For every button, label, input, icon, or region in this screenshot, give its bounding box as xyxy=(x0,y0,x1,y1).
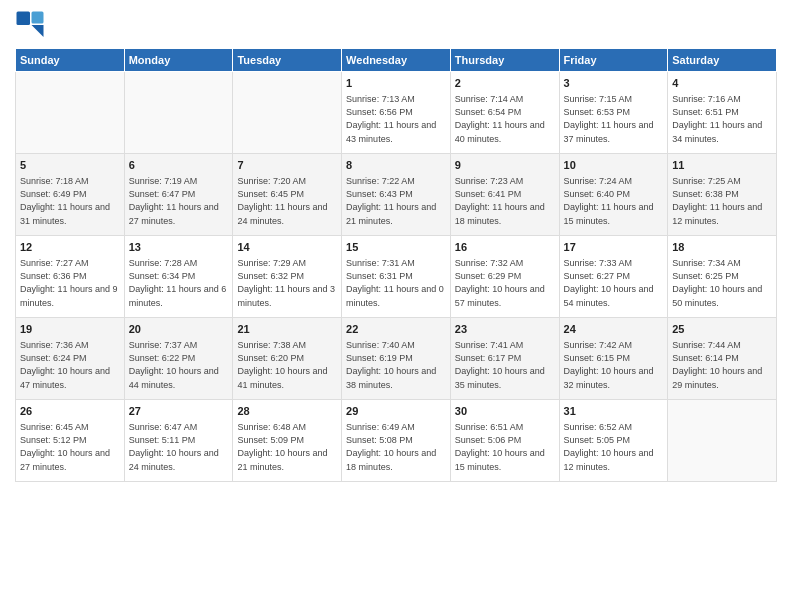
day-number: 13 xyxy=(129,240,229,255)
calendar-cell: 15Sunrise: 7:31 AM Sunset: 6:31 PM Dayli… xyxy=(342,236,451,318)
day-info: Sunrise: 6:48 AM Sunset: 5:09 PM Dayligh… xyxy=(237,421,337,473)
calendar-cell xyxy=(668,400,777,482)
day-info: Sunrise: 6:51 AM Sunset: 5:06 PM Dayligh… xyxy=(455,421,555,473)
day-number: 28 xyxy=(237,404,337,419)
day-number: 24 xyxy=(564,322,664,337)
day-info: Sunrise: 7:44 AM Sunset: 6:14 PM Dayligh… xyxy=(672,339,772,391)
day-info: Sunrise: 7:14 AM Sunset: 6:54 PM Dayligh… xyxy=(455,93,555,145)
day-number: 7 xyxy=(237,158,337,173)
day-number: 22 xyxy=(346,322,446,337)
calendar-cell: 22Sunrise: 7:40 AM Sunset: 6:19 PM Dayli… xyxy=(342,318,451,400)
calendar-cell: 14Sunrise: 7:29 AM Sunset: 6:32 PM Dayli… xyxy=(233,236,342,318)
calendar-week-row: 12Sunrise: 7:27 AM Sunset: 6:36 PM Dayli… xyxy=(16,236,777,318)
weekday-header-friday: Friday xyxy=(559,49,668,72)
day-info: Sunrise: 7:25 AM Sunset: 6:38 PM Dayligh… xyxy=(672,175,772,227)
day-number: 2 xyxy=(455,76,555,91)
day-number: 26 xyxy=(20,404,120,419)
calendar-cell: 13Sunrise: 7:28 AM Sunset: 6:34 PM Dayli… xyxy=(124,236,233,318)
day-info: Sunrise: 7:33 AM Sunset: 6:27 PM Dayligh… xyxy=(564,257,664,309)
day-info: Sunrise: 6:45 AM Sunset: 5:12 PM Dayligh… xyxy=(20,421,120,473)
calendar-cell: 28Sunrise: 6:48 AM Sunset: 5:09 PM Dayli… xyxy=(233,400,342,482)
day-number: 1 xyxy=(346,76,446,91)
day-number: 5 xyxy=(20,158,120,173)
calendar-cell xyxy=(124,72,233,154)
calendar-cell: 25Sunrise: 7:44 AM Sunset: 6:14 PM Dayli… xyxy=(668,318,777,400)
calendar-cell: 23Sunrise: 7:41 AM Sunset: 6:17 PM Dayli… xyxy=(450,318,559,400)
page-header xyxy=(15,10,777,40)
day-number: 19 xyxy=(20,322,120,337)
calendar-cell: 16Sunrise: 7:32 AM Sunset: 6:29 PM Dayli… xyxy=(450,236,559,318)
calendar-cell: 31Sunrise: 6:52 AM Sunset: 5:05 PM Dayli… xyxy=(559,400,668,482)
day-number: 23 xyxy=(455,322,555,337)
day-number: 4 xyxy=(672,76,772,91)
logo-icon xyxy=(15,10,45,40)
day-info: Sunrise: 7:34 AM Sunset: 6:25 PM Dayligh… xyxy=(672,257,772,309)
calendar-cell: 18Sunrise: 7:34 AM Sunset: 6:25 PM Dayli… xyxy=(668,236,777,318)
weekday-header-monday: Monday xyxy=(124,49,233,72)
calendar-cell xyxy=(16,72,125,154)
day-number: 31 xyxy=(564,404,664,419)
day-info: Sunrise: 7:24 AM Sunset: 6:40 PM Dayligh… xyxy=(564,175,664,227)
calendar-cell: 4Sunrise: 7:16 AM Sunset: 6:51 PM Daylig… xyxy=(668,72,777,154)
calendar-cell: 7Sunrise: 7:20 AM Sunset: 6:45 PM Daylig… xyxy=(233,154,342,236)
day-info: Sunrise: 6:47 AM Sunset: 5:11 PM Dayligh… xyxy=(129,421,229,473)
day-number: 9 xyxy=(455,158,555,173)
calendar-cell: 27Sunrise: 6:47 AM Sunset: 5:11 PM Dayli… xyxy=(124,400,233,482)
weekday-header-thursday: Thursday xyxy=(450,49,559,72)
day-number: 18 xyxy=(672,240,772,255)
day-number: 25 xyxy=(672,322,772,337)
calendar-week-row: 5Sunrise: 7:18 AM Sunset: 6:49 PM Daylig… xyxy=(16,154,777,236)
day-info: Sunrise: 7:31 AM Sunset: 6:31 PM Dayligh… xyxy=(346,257,446,309)
day-info: Sunrise: 7:18 AM Sunset: 6:49 PM Dayligh… xyxy=(20,175,120,227)
day-info: Sunrise: 7:13 AM Sunset: 6:56 PM Dayligh… xyxy=(346,93,446,145)
calendar-cell: 11Sunrise: 7:25 AM Sunset: 6:38 PM Dayli… xyxy=(668,154,777,236)
calendar-cell: 1Sunrise: 7:13 AM Sunset: 6:56 PM Daylig… xyxy=(342,72,451,154)
day-info: Sunrise: 6:52 AM Sunset: 5:05 PM Dayligh… xyxy=(564,421,664,473)
calendar-cell: 21Sunrise: 7:38 AM Sunset: 6:20 PM Dayli… xyxy=(233,318,342,400)
weekday-header-saturday: Saturday xyxy=(668,49,777,72)
day-info: Sunrise: 7:29 AM Sunset: 6:32 PM Dayligh… xyxy=(237,257,337,309)
day-info: Sunrise: 7:19 AM Sunset: 6:47 PM Dayligh… xyxy=(129,175,229,227)
day-info: Sunrise: 7:32 AM Sunset: 6:29 PM Dayligh… xyxy=(455,257,555,309)
day-number: 10 xyxy=(564,158,664,173)
calendar-week-row: 1Sunrise: 7:13 AM Sunset: 6:56 PM Daylig… xyxy=(16,72,777,154)
calendar-cell: 3Sunrise: 7:15 AM Sunset: 6:53 PM Daylig… xyxy=(559,72,668,154)
day-info: Sunrise: 7:27 AM Sunset: 6:36 PM Dayligh… xyxy=(20,257,120,309)
calendar-cell: 10Sunrise: 7:24 AM Sunset: 6:40 PM Dayli… xyxy=(559,154,668,236)
calendar-cell: 5Sunrise: 7:18 AM Sunset: 6:49 PM Daylig… xyxy=(16,154,125,236)
day-info: Sunrise: 7:22 AM Sunset: 6:43 PM Dayligh… xyxy=(346,175,446,227)
day-info: Sunrise: 7:40 AM Sunset: 6:19 PM Dayligh… xyxy=(346,339,446,391)
day-info: Sunrise: 7:20 AM Sunset: 6:45 PM Dayligh… xyxy=(237,175,337,227)
day-number: 8 xyxy=(346,158,446,173)
day-number: 21 xyxy=(237,322,337,337)
day-info: Sunrise: 7:16 AM Sunset: 6:51 PM Dayligh… xyxy=(672,93,772,145)
svg-rect-0 xyxy=(17,12,31,26)
day-info: Sunrise: 7:42 AM Sunset: 6:15 PM Dayligh… xyxy=(564,339,664,391)
day-info: Sunrise: 7:38 AM Sunset: 6:20 PM Dayligh… xyxy=(237,339,337,391)
calendar-week-row: 26Sunrise: 6:45 AM Sunset: 5:12 PM Dayli… xyxy=(16,400,777,482)
calendar-cell: 2Sunrise: 7:14 AM Sunset: 6:54 PM Daylig… xyxy=(450,72,559,154)
weekday-header-sunday: Sunday xyxy=(16,49,125,72)
calendar-cell: 12Sunrise: 7:27 AM Sunset: 6:36 PM Dayli… xyxy=(16,236,125,318)
calendar-cell: 17Sunrise: 7:33 AM Sunset: 6:27 PM Dayli… xyxy=(559,236,668,318)
day-number: 12 xyxy=(20,240,120,255)
calendar-cell: 6Sunrise: 7:19 AM Sunset: 6:47 PM Daylig… xyxy=(124,154,233,236)
day-info: Sunrise: 6:49 AM Sunset: 5:08 PM Dayligh… xyxy=(346,421,446,473)
day-info: Sunrise: 7:15 AM Sunset: 6:53 PM Dayligh… xyxy=(564,93,664,145)
svg-marker-2 xyxy=(32,25,44,37)
calendar-cell xyxy=(233,72,342,154)
day-number: 16 xyxy=(455,240,555,255)
calendar-cell: 19Sunrise: 7:36 AM Sunset: 6:24 PM Dayli… xyxy=(16,318,125,400)
calendar-cell: 26Sunrise: 6:45 AM Sunset: 5:12 PM Dayli… xyxy=(16,400,125,482)
day-number: 6 xyxy=(129,158,229,173)
day-number: 20 xyxy=(129,322,229,337)
calendar-cell: 30Sunrise: 6:51 AM Sunset: 5:06 PM Dayli… xyxy=(450,400,559,482)
day-info: Sunrise: 7:36 AM Sunset: 6:24 PM Dayligh… xyxy=(20,339,120,391)
day-number: 29 xyxy=(346,404,446,419)
calendar-cell: 20Sunrise: 7:37 AM Sunset: 6:22 PM Dayli… xyxy=(124,318,233,400)
calendar-header-row: SundayMondayTuesdayWednesdayThursdayFrid… xyxy=(16,49,777,72)
day-number: 15 xyxy=(346,240,446,255)
svg-rect-1 xyxy=(32,12,44,24)
calendar-cell: 8Sunrise: 7:22 AM Sunset: 6:43 PM Daylig… xyxy=(342,154,451,236)
day-info: Sunrise: 7:41 AM Sunset: 6:17 PM Dayligh… xyxy=(455,339,555,391)
